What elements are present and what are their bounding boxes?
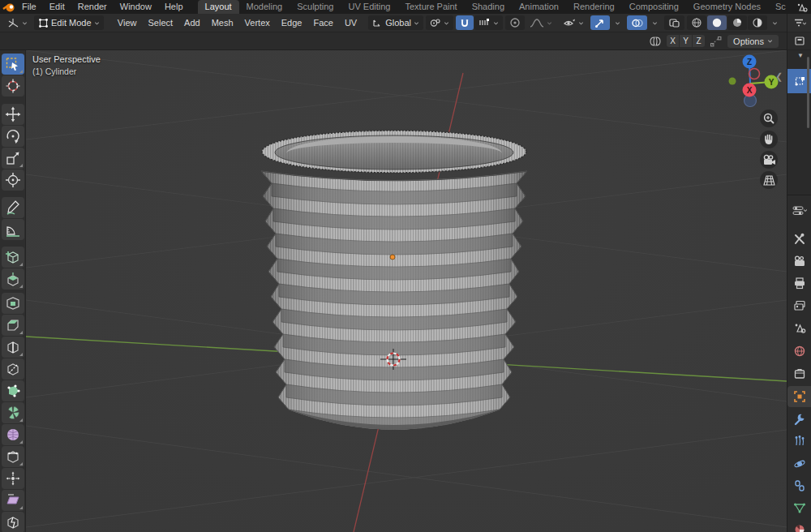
tab-collection-properties[interactable] (787, 363, 811, 384)
menu-edit[interactable]: Edit (43, 0, 71, 14)
tab-render-properties[interactable] (787, 251, 811, 272)
tab-texture-paint[interactable]: Texture Paint (397, 0, 464, 14)
tool-cursor[interactable] (2, 75, 24, 97)
tool-smooth[interactable] (2, 424, 24, 445)
gizmo-axis-y[interactable]: Y (765, 75, 779, 89)
snap-base-icon[interactable] (710, 36, 723, 47)
falloff-dropdown[interactable] (526, 15, 556, 30)
overlays-dropdown[interactable] (648, 15, 662, 30)
tool-spin[interactable] (2, 402, 24, 423)
material-preview-button[interactable] (727, 15, 747, 30)
tab-scripting-truncated[interactable]: Sc (768, 0, 793, 14)
tab-scene-properties[interactable] (787, 318, 811, 339)
mirror-x-toggle[interactable]: X (667, 35, 679, 47)
blender-logo-icon[interactable] (2, 2, 15, 13)
tool-scale[interactable] (2, 148, 24, 169)
proportional-editing-toggle[interactable] (505, 15, 525, 30)
collection-disclosure-triangle[interactable]: ▼ (797, 52, 804, 59)
show-object-types-dropdown[interactable] (559, 15, 588, 30)
menu-window[interactable]: Window (114, 0, 158, 14)
gizmos-toggle[interactable] (590, 15, 610, 30)
tab-sculpting[interactable]: Sculpting (290, 0, 341, 14)
tool-shrink-fatten[interactable] (2, 468, 24, 489)
shading-dropdown[interactable] (768, 15, 782, 30)
solid-shading-button[interactable] (707, 15, 727, 30)
tool-bevel[interactable] (2, 315, 24, 336)
outliner-display-mode[interactable] (787, 32, 811, 50)
menu-render[interactable]: Render (71, 0, 114, 14)
tab-shading[interactable]: Shading (465, 0, 512, 14)
tab-modifier-properties[interactable] (787, 409, 811, 430)
tool-shear[interactable] (2, 490, 24, 511)
tab-world-properties[interactable] (787, 341, 811, 362)
tool-inset-faces[interactable] (2, 293, 24, 314)
tab-view-layer-properties[interactable] (787, 295, 811, 316)
scene-selector[interactable]: Scene (793, 0, 811, 14)
tool-measure[interactable] (2, 219, 24, 240)
tab-geometry-nodes[interactable]: Geometry Nodes (686, 0, 768, 14)
snap-settings-dropdown[interactable] (474, 15, 503, 30)
editor-type-button[interactable] (3, 15, 32, 30)
mirror-y-toggle[interactable]: Y (680, 35, 692, 47)
tool-transform[interactable] (2, 169, 24, 191)
tab-data-properties[interactable] (787, 497, 811, 518)
orthographic-toggle-button[interactable] (760, 171, 778, 189)
tool-rotate[interactable] (2, 126, 24, 147)
tab-rendering[interactable]: Rendering (566, 0, 622, 14)
wireframe-shading-button[interactable] (687, 15, 706, 30)
gizmo-axis-x[interactable]: X (743, 84, 757, 97)
menu-view[interactable]: View (112, 14, 143, 32)
menu-mesh[interactable]: Mesh (206, 14, 239, 32)
camera-view-button[interactable] (760, 151, 778, 169)
menu-uv[interactable]: UV (339, 14, 363, 32)
pan-view-button[interactable] (760, 131, 778, 148)
tool-select-box[interactable] (2, 54, 24, 75)
tool-edge-slide[interactable] (2, 446, 24, 467)
tab-object-properties[interactable] (787, 386, 811, 407)
overlays-toggle[interactable] (627, 15, 647, 30)
menu-help[interactable]: Help (158, 0, 190, 14)
snap-toggle[interactable] (456, 15, 474, 30)
menu-select[interactable]: Select (143, 14, 179, 32)
options-dropdown[interactable]: Options (727, 35, 779, 48)
tool-move[interactable] (2, 104, 24, 125)
menu-add[interactable]: Add (178, 14, 206, 32)
outliner-scrollbar[interactable] (807, 57, 809, 128)
navigation-gizmo[interactable]: Z Y X (712, 50, 787, 115)
tool-annotate[interactable] (2, 197, 24, 218)
gizmos-dropdown[interactable] (611, 15, 624, 30)
tool-poly-build[interactable] (2, 380, 24, 401)
xray-toggle[interactable] (664, 15, 684, 30)
gizmo-axis-neg-y[interactable] (729, 78, 736, 85)
tool-extrude-region[interactable] (2, 268, 24, 290)
mode-dropdown[interactable]: Edit Mode (34, 15, 104, 30)
tab-material-properties[interactable] (787, 519, 811, 532)
3d-viewport[interactable]: User Perspective (1) Cylinder ❮ Z Y X (26, 50, 787, 532)
tab-animation[interactable]: Animation (512, 0, 566, 14)
tab-output-properties[interactable] (787, 272, 811, 294)
tool-rip-region[interactable] (2, 512, 24, 532)
outliner-header[interactable] (787, 14, 811, 32)
orientation-dropdown[interactable]: Global (368, 15, 423, 30)
mirror-z-toggle[interactable]: Z (693, 35, 705, 47)
tab-modeling[interactable]: Modeling (239, 0, 290, 14)
zoom-view-button[interactable] (760, 109, 778, 127)
tab-particle-properties[interactable] (787, 431, 811, 452)
rendered-shading-button[interactable] (748, 15, 767, 30)
menu-file[interactable]: File (15, 0, 43, 14)
pivot-dropdown[interactable] (426, 15, 453, 30)
tab-layout[interactable]: Layout (198, 0, 239, 14)
tool-add-cube[interactable] (2, 247, 24, 268)
tab-compositing[interactable]: Compositing (622, 0, 686, 14)
tool-loop-cut[interactable] (2, 337, 24, 358)
menu-edge[interactable]: Edge (276, 14, 308, 32)
menu-face[interactable]: Face (307, 14, 338, 32)
gizmo-axis-z[interactable]: Z (743, 55, 757, 69)
tab-constraint-properties[interactable] (787, 475, 811, 496)
properties-editor-type-button[interactable] (787, 200, 811, 221)
tab-uv-editing[interactable]: UV Editing (341, 0, 397, 14)
tab-tool-properties[interactable] (787, 229, 811, 250)
tab-physics-properties[interactable] (787, 453, 811, 474)
tool-knife[interactable] (2, 358, 24, 380)
menu-vertex[interactable]: Vertex (239, 14, 276, 32)
